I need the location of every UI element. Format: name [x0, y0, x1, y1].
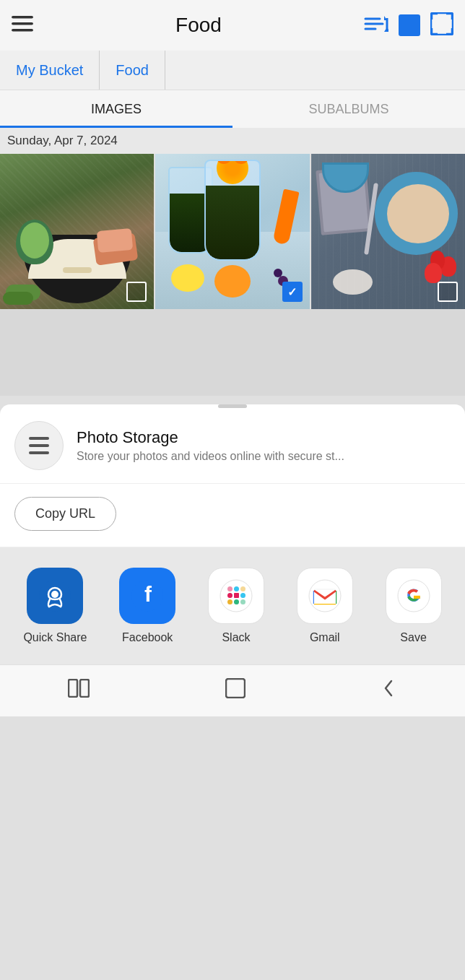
- storage-icon-line-3: [29, 451, 49, 454]
- storage-icon-line-1: [29, 437, 49, 440]
- apps-row: Quick Share f Facebook: [7, 568, 458, 644]
- storage-icon: [14, 421, 64, 470]
- svg-rect-17: [240, 593, 245, 598]
- storage-item: Photo Storage Store your photos and vide…: [0, 408, 465, 484]
- app-quickshare[interactable]: Quick Share: [23, 568, 87, 644]
- quickshare-icon: [27, 568, 83, 624]
- storage-name: Photo Storage: [77, 428, 344, 447]
- breadcrumb-food[interactable]: Food: [100, 51, 165, 90]
- svg-rect-7: [431, 13, 453, 35]
- nav-home[interactable]: [204, 671, 267, 711]
- facebook-label: Facebook: [122, 631, 173, 644]
- nav-back[interactable]: [360, 670, 419, 711]
- gray-area: [0, 309, 465, 396]
- storage-icon-line-2: [29, 444, 49, 447]
- hamburger-icon[interactable]: [12, 14, 33, 37]
- svg-rect-18: [234, 599, 239, 604]
- page-title: Food: [175, 14, 222, 37]
- image-grid: [0, 154, 465, 309]
- image-cell-3[interactable]: [311, 154, 465, 309]
- app-save[interactable]: Save: [386, 568, 442, 644]
- svg-rect-15: [227, 586, 232, 591]
- expand-icon[interactable]: [430, 12, 453, 38]
- sort-icon[interactable]: [364, 13, 388, 38]
- svg-rect-14: [234, 593, 239, 598]
- image-checkbox-3[interactable]: [438, 282, 458, 302]
- view-icon[interactable]: [399, 14, 420, 36]
- bottom-sheet: Photo Storage Store your photos and vide…: [0, 404, 465, 547]
- slack-icon: [208, 568, 264, 624]
- image-checkbox-2[interactable]: [282, 282, 303, 302]
- copy-url-button[interactable]: Copy URL: [14, 497, 116, 531]
- gmail-icon: [297, 568, 353, 624]
- svg-rect-16: [234, 586, 239, 591]
- save-icon: [386, 568, 442, 624]
- gmail-label: Gmail: [310, 631, 340, 644]
- bottom-nav: [0, 664, 465, 716]
- copy-url-section: Copy URL: [0, 484, 465, 547]
- svg-rect-27: [226, 679, 245, 698]
- quickshare-label: Quick Share: [23, 631, 87, 644]
- app-gmail[interactable]: Gmail: [297, 568, 353, 644]
- breadcrumb: My Bucket Food: [0, 51, 465, 90]
- svg-rect-1: [12, 22, 33, 25]
- app-slack[interactable]: Slack: [208, 568, 264, 644]
- image-checkbox-1[interactable]: [126, 282, 147, 302]
- tab-images[interactable]: IMAGES: [0, 90, 232, 128]
- top-bar-actions: [364, 12, 453, 38]
- save-label: Save: [400, 631, 426, 644]
- facebook-icon: f: [119, 568, 175, 624]
- apps-area: Quick Share f Facebook: [0, 547, 465, 664]
- tab-subalbums[interactable]: SUBALBUMS: [232, 90, 465, 128]
- app-facebook[interactable]: f Facebook: [119, 568, 175, 644]
- svg-rect-21: [240, 586, 245, 591]
- storage-description: Store your photos and videos online with…: [77, 450, 344, 463]
- image-cell-2[interactable]: [155, 154, 309, 309]
- storage-icon-lines: [29, 437, 49, 454]
- storage-text: Photo Storage Store your photos and vide…: [77, 428, 344, 463]
- svg-text:f: f: [144, 582, 152, 606]
- svg-point-9: [51, 591, 58, 598]
- svg-rect-26: [80, 680, 89, 697]
- svg-rect-20: [227, 599, 232, 604]
- date-label: Sunday, Apr 7, 2024: [0, 128, 465, 154]
- svg-rect-13: [227, 593, 232, 598]
- slack-label: Slack: [222, 631, 250, 644]
- nav-recent-apps[interactable]: [46, 672, 111, 710]
- svg-rect-2: [12, 29, 33, 32]
- tabs-row: IMAGES SUBALBUMS: [0, 90, 465, 128]
- svg-rect-25: [69, 680, 77, 697]
- svg-rect-19: [240, 599, 245, 604]
- svg-rect-0: [12, 16, 33, 19]
- breadcrumb-mybucket[interactable]: My Bucket: [0, 51, 100, 90]
- top-bar: Food: [0, 0, 465, 51]
- image-cell-1[interactable]: [0, 154, 154, 309]
